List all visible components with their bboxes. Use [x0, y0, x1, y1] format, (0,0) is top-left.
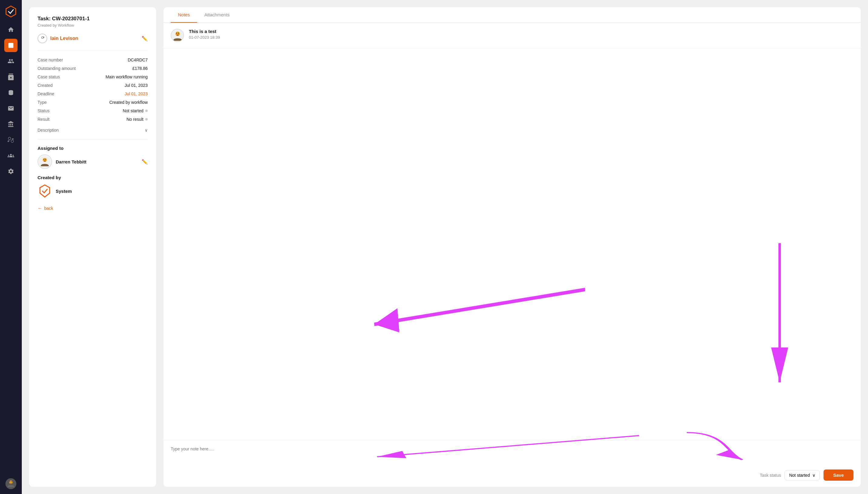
created-row: Created Jul 01, 2023 — [38, 81, 148, 90]
sidebar-item-workflow[interactable] — [4, 133, 18, 147]
status-row: Status Not started — [38, 107, 148, 115]
task-subtitle: Created by Workflow — [38, 23, 148, 27]
contact-edit-icon[interactable]: ✏️ — [142, 36, 148, 41]
outstanding-amount-label: Outstanding amount — [38, 64, 93, 73]
outstanding-amount-row: Outstanding amount £178.86 — [38, 64, 148, 73]
assigned-avatar — [38, 154, 52, 169]
sidebar — [0, 0, 22, 494]
result-label: Result — [38, 115, 93, 124]
case-number-value: DC4RDC7 — [93, 56, 148, 64]
dropdown-chevron-icon: ∨ — [812, 473, 815, 478]
notes-panel: Notes Attachments — [163, 7, 861, 487]
status-dot — [145, 110, 148, 112]
back-arrow-icon: ← — [38, 206, 42, 211]
back-button[interactable]: back — [44, 206, 53, 211]
divider-1 — [38, 51, 148, 51]
user-avatar[interactable] — [5, 478, 16, 489]
case-status-row: Case status Main workflow running — [38, 73, 148, 81]
status-dropdown-value: Not started — [789, 473, 810, 478]
notes-list: This is a test 01-07-2023 18:39 — [163, 23, 861, 231]
task-status-label: Task status — [760, 473, 781, 478]
app-logo[interactable] — [4, 5, 18, 18]
case-status-value: Main workflow running — [93, 73, 148, 81]
case-number-row: Case number DC4RDC7 — [38, 56, 148, 64]
svg-point-9 — [43, 159, 44, 160]
deadline-value: Jul 01, 2023 — [93, 90, 148, 98]
divider-2 — [38, 139, 148, 139]
system-logo — [38, 184, 52, 198]
main-content: Task: CW-20230701-1 Created by Workflow … — [22, 0, 868, 494]
svg-marker-11 — [40, 185, 50, 197]
sidebar-item-team[interactable] — [4, 149, 18, 162]
assigned-row: Darren Tebbitt ✏️ — [38, 154, 148, 169]
result-value: No result — [93, 115, 148, 124]
status-value: Not started — [93, 107, 148, 115]
description-row[interactable]: Description ∨ — [38, 126, 148, 134]
status-dropdown[interactable]: Not started ∨ — [785, 470, 819, 480]
description-chevron-icon: ∨ — [144, 128, 148, 133]
assigned-to-title: Assigned to — [38, 146, 148, 151]
created-value: Jul 01, 2023 — [93, 81, 148, 90]
svg-point-15 — [178, 33, 179, 34]
task-info-table: Case number DC4RDC7 Outstanding amount £… — [38, 56, 148, 124]
note-item: This is a test 01-07-2023 18:39 — [163, 23, 861, 49]
tabs-row: Notes Attachments — [163, 7, 861, 23]
created-by-title: Created by — [38, 175, 148, 180]
assigned-edit-icon[interactable]: ✏️ — [142, 159, 148, 165]
contact-name[interactable]: Iain Levison — [50, 36, 139, 41]
svg-point-14 — [176, 33, 177, 34]
sidebar-item-people[interactable] — [4, 55, 18, 68]
type-value: Created by workflow — [93, 98, 148, 107]
type-label: Type — [38, 98, 93, 107]
svg-point-5 — [11, 481, 12, 482]
created-by-row: System — [38, 184, 148, 198]
created-label: Created — [38, 81, 93, 90]
task-title: Task: CW-20230701-1 — [38, 16, 148, 22]
sidebar-item-database[interactable] — [4, 86, 18, 99]
assigned-name: Darren Tebbitt — [56, 159, 138, 164]
tab-notes[interactable]: Notes — [171, 7, 197, 23]
result-text: No result — [127, 117, 143, 122]
system-name: System — [56, 189, 72, 194]
sidebar-item-home[interactable] — [4, 23, 18, 36]
status-label: Status — [38, 107, 93, 115]
task-detail-card: Task: CW-20230701-1 Created by Workflow … — [29, 7, 156, 487]
type-row: Type Created by workflow — [38, 98, 148, 107]
sidebar-item-tasks[interactable] — [4, 39, 18, 52]
svg-rect-1 — [8, 43, 14, 48]
note-body: This is a test 01-07-2023 18:39 — [189, 29, 853, 42]
note-input-area: Task status Not started ∨ Save — [163, 440, 861, 487]
note-title: This is a test — [189, 29, 853, 34]
outstanding-amount-value: £178.86 — [93, 64, 148, 73]
back-row: ← back — [38, 206, 148, 211]
svg-point-4 — [10, 481, 11, 482]
deadline-row: Deadline Jul 01, 2023 — [38, 90, 148, 98]
status-text: Not started — [123, 108, 143, 113]
note-input[interactable] — [171, 446, 853, 464]
note-actions: Task status Not started ∨ Save — [171, 470, 853, 481]
contact-gender-icon — [38, 34, 47, 43]
contact-row: Iain Levison ✏️ — [38, 34, 148, 43]
sidebar-item-mail[interactable] — [4, 102, 18, 115]
case-number-label: Case number — [38, 56, 93, 64]
deadline-label: Deadline — [38, 90, 93, 98]
save-button[interactable]: Save — [824, 470, 853, 481]
description-label: Description — [38, 128, 59, 133]
tab-attachments[interactable]: Attachments — [197, 7, 237, 23]
svg-point-10 — [45, 159, 46, 160]
sidebar-item-bank[interactable] — [4, 117, 18, 131]
sidebar-item-settings[interactable] — [4, 165, 18, 178]
note-date: 01-07-2023 18:39 — [189, 35, 853, 40]
svg-marker-0 — [6, 6, 16, 17]
note-author-avatar — [171, 29, 184, 42]
svg-point-6 — [41, 37, 43, 38]
result-row: Result No result — [38, 115, 148, 124]
case-status-label: Case status — [38, 73, 93, 81]
result-dot — [145, 118, 148, 120]
sidebar-item-contacts[interactable] — [4, 70, 18, 83]
